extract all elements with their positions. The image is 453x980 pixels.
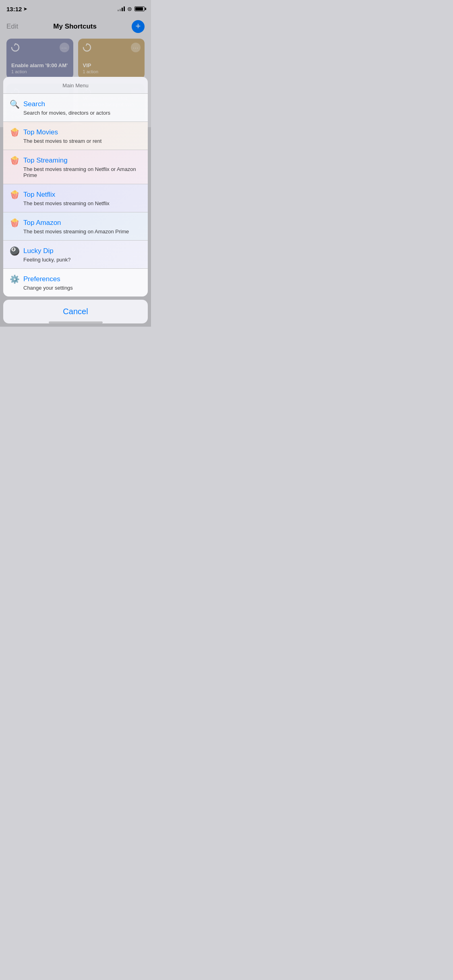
- search-icon: 🔍: [10, 99, 19, 109]
- menu-item-lucky-dip[interactable]: 🎱 Lucky Dip Feeling lucky, punk?: [3, 241, 148, 269]
- menu-item-preferences-title: Preferences: [23, 275, 60, 283]
- popcorn-icon: 🍿: [10, 128, 19, 137]
- menu-item-lucky-dip-desc: Feeling lucky, punk?: [10, 257, 141, 263]
- menu-item-top-streaming-title: Top Streaming: [23, 156, 68, 165]
- action-sheet-title: Main Menu: [3, 77, 148, 94]
- action-sheet-wrap: Main Menu 🔍 Search Search for movies, di…: [0, 77, 151, 327]
- menu-item-lucky-dip-title: Lucky Dip: [23, 247, 54, 255]
- home-indicator: [49, 321, 103, 323]
- menu-item-search-desc: Search for movies, directors or actors: [10, 110, 141, 116]
- menu-item-top-movies[interactable]: 🍿 Top Movies The best movies to stream o…: [3, 122, 148, 150]
- menu-item-preferences[interactable]: ⚙️ Preferences Change your settings: [3, 269, 148, 296]
- menu-item-top-netflix[interactable]: 🍿 Top Netflix The best movies streaming …: [3, 184, 148, 212]
- menu-item-top-movies-desc: The best movies to stream or rent: [10, 138, 141, 144]
- menu-item-top-movies-title: Top Movies: [23, 128, 58, 136]
- menu-item-search-title: Search: [23, 100, 45, 108]
- popcorn-icon: 🍿: [10, 218, 19, 228]
- gear-icon: ⚙️: [10, 274, 19, 284]
- popcorn-icon: 🍿: [10, 190, 19, 200]
- popcorn-icon: 🍿: [10, 156, 19, 165]
- menu-item-top-streaming[interactable]: 🍿 Top Streaming The best movies streamin…: [3, 150, 148, 184]
- cancel-button[interactable]: Cancel: [3, 300, 148, 323]
- action-sheet: Main Menu 🔍 Search Search for movies, di…: [3, 77, 148, 296]
- menu-item-preferences-desc: Change your settings: [10, 285, 141, 291]
- menu-item-top-streaming-desc: The best movies streaming on Netflix or …: [10, 166, 141, 178]
- menu-item-search[interactable]: 🔍 Search Search for movies, directors or…: [3, 94, 148, 122]
- menu-item-top-amazon-desc: The best movies streaming on Amazon Prim…: [10, 229, 141, 235]
- eight-ball-icon: 🎱: [10, 246, 19, 256]
- menu-item-top-amazon-title: Top Amazon: [23, 219, 61, 227]
- menu-item-top-amazon[interactable]: 🍿 Top Amazon The best movies streaming o…: [3, 212, 148, 241]
- menu-item-top-netflix-title: Top Netflix: [23, 191, 55, 199]
- menu-item-top-netflix-desc: The best movies streaming on Netflix: [10, 200, 141, 206]
